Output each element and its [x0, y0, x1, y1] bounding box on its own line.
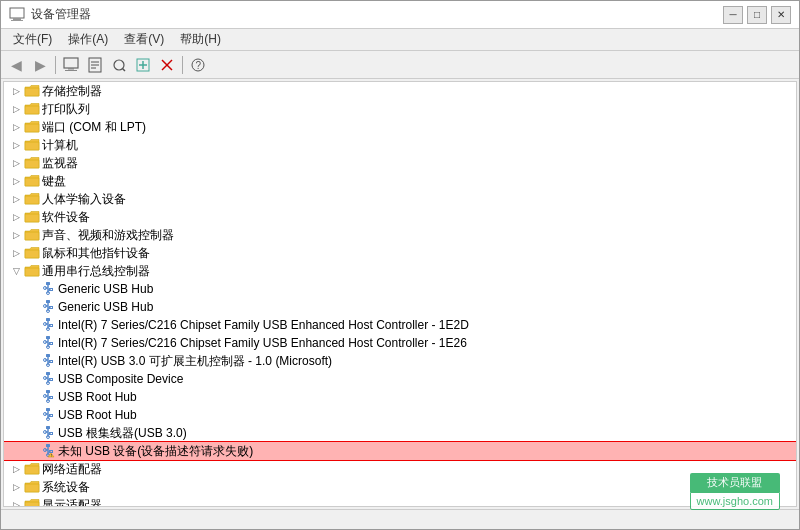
list-item[interactable]: USB Root Hub — [4, 388, 796, 406]
minimize-button[interactable]: ─ — [723, 6, 743, 24]
svg-rect-21 — [25, 124, 39, 132]
device-tree[interactable]: ▷ 存储控制器▷ 打印队列▷ 端口 (COM 和 LPT)▷ 计算机▷ 监视器▷… — [3, 81, 797, 507]
scan-button[interactable] — [108, 54, 130, 76]
menu-item[interactable]: 帮助(H) — [172, 29, 229, 50]
svg-rect-102 — [25, 466, 39, 474]
tree-toggle-icon[interactable]: ▷ — [8, 227, 24, 243]
tree-toggle-icon — [24, 299, 40, 315]
list-item[interactable]: ▷ 系统设备 — [4, 478, 796, 496]
tree-item-label: 软件设备 — [42, 209, 90, 226]
svg-rect-93 — [46, 444, 50, 447]
list-item[interactable]: ▷ 键盘 — [4, 172, 796, 190]
list-item[interactable]: USB Composite Device — [4, 370, 796, 388]
toolbar-sep-2 — [182, 56, 183, 74]
list-item[interactable]: Intel(R) 7 Series/C216 Chipset Family US… — [4, 316, 796, 334]
titlebar-left: 设备管理器 — [9, 6, 91, 23]
list-item[interactable]: ▽ 通用串行总线控制器 — [4, 262, 796, 280]
list-item[interactable]: ▷ 声音、视频和游戏控制器 — [4, 226, 796, 244]
list-item[interactable]: Intel(R) 7 Series/C216 Chipset Family US… — [4, 334, 796, 352]
svg-rect-72 — [46, 390, 50, 393]
back-button[interactable]: ◀ — [5, 54, 27, 76]
watermark-top: 技术员联盟 — [690, 473, 780, 492]
list-item[interactable]: USB Root Hub — [4, 406, 796, 424]
tree-toggle-icon[interactable]: ▽ — [8, 263, 24, 279]
svg-rect-2 — [11, 20, 23, 21]
tree-toggle-icon — [24, 281, 40, 297]
delete-button[interactable] — [156, 54, 178, 76]
properties-button[interactable] — [84, 54, 106, 76]
tree-toggle-icon[interactable]: ▷ — [8, 497, 24, 507]
svg-rect-3 — [64, 58, 78, 68]
usb-icon — [40, 371, 56, 387]
tree-item-label: 网络适配器 — [42, 461, 102, 478]
list-item[interactable]: ! 未知 USB 设备(设备描述符请求失败) — [4, 442, 796, 460]
folder-icon — [24, 209, 40, 225]
tree-toggle-icon[interactable]: ▷ — [8, 119, 24, 135]
svg-rect-103 — [25, 484, 39, 492]
usb-icon — [40, 317, 56, 333]
window-controls: ─ □ ✕ — [723, 6, 791, 24]
tree-item-label: USB Composite Device — [58, 372, 183, 386]
list-item[interactable]: ▷ 监视器 — [4, 154, 796, 172]
list-item[interactable]: ▷ 端口 (COM 和 LPT) — [4, 118, 796, 136]
list-item[interactable]: ▷ 打印队列 — [4, 100, 796, 118]
tree-toggle-icon[interactable]: ▷ — [8, 101, 24, 117]
menu-item[interactable]: 查看(V) — [116, 29, 172, 50]
list-item[interactable]: Intel(R) USB 3.0 可扩展主机控制器 - 1.0 (Microso… — [4, 352, 796, 370]
tree-toggle-icon[interactable]: ▷ — [8, 209, 24, 225]
tree-toggle-icon — [24, 371, 40, 387]
tree-toggle-icon[interactable]: ▷ — [8, 137, 24, 153]
svg-rect-44 — [46, 318, 50, 321]
tree-toggle-icon — [24, 335, 40, 351]
tree-item-label: 系统设备 — [42, 479, 90, 496]
list-item[interactable]: ▷ 人体学输入设备 — [4, 190, 796, 208]
tree-toggle-icon[interactable]: ▷ — [8, 173, 24, 189]
list-item[interactable]: Generic USB Hub — [4, 298, 796, 316]
tree-toggle-icon[interactable]: ▷ — [8, 155, 24, 171]
tree-toggle-icon[interactable]: ▷ — [8, 461, 24, 477]
svg-rect-5 — [65, 70, 77, 71]
list-item[interactable]: Generic USB Hub — [4, 280, 796, 298]
usb-icon — [40, 407, 56, 423]
computer-icon-btn[interactable] — [60, 54, 82, 76]
tree-item-label: 存储控制器 — [42, 83, 102, 100]
tree-item-label: Generic USB Hub — [58, 282, 153, 296]
folder-icon — [24, 263, 40, 279]
help-button[interactable]: ? — [187, 54, 209, 76]
tree-item-label: 显示适配器 — [42, 497, 102, 508]
tree-toggle-icon[interactable]: ▷ — [8, 191, 24, 207]
tree-toggle-icon — [24, 443, 40, 459]
folder-icon — [24, 137, 40, 153]
forward-button[interactable]: ▶ — [29, 54, 51, 76]
tree-toggle-icon[interactable]: ▷ — [8, 245, 24, 261]
svg-rect-104 — [25, 502, 39, 507]
list-item[interactable]: ▷ 显示适配器 — [4, 496, 796, 507]
tree-item-label: 人体学输入设备 — [42, 191, 126, 208]
svg-rect-37 — [46, 300, 50, 303]
menu-item[interactable]: 文件(F) — [5, 29, 60, 50]
menubar: 文件(F)操作(A)查看(V)帮助(H) — [1, 29, 799, 51]
folder-icon — [24, 479, 40, 495]
menu-item[interactable]: 操作(A) — [60, 29, 116, 50]
close-button[interactable]: ✕ — [771, 6, 791, 24]
tree-item-label: Generic USB Hub — [58, 300, 153, 314]
tree-item-label: 鼠标和其他指针设备 — [42, 245, 150, 262]
svg-rect-1 — [13, 18, 21, 20]
list-item[interactable]: ▷ 鼠标和其他指针设备 — [4, 244, 796, 262]
maximize-button[interactable]: □ — [747, 6, 767, 24]
watermark: 技术员联盟 www.jsgho.com — [690, 473, 780, 510]
folder-icon — [24, 245, 40, 261]
svg-rect-24 — [25, 178, 39, 186]
folder-icon — [24, 101, 40, 117]
list-item[interactable]: ▷ 网络适配器 — [4, 460, 796, 478]
tree-toggle-icon[interactable]: ▷ — [8, 83, 24, 99]
list-item[interactable]: USB 根集线器(USB 3.0) — [4, 424, 796, 442]
tree-toggle-icon[interactable]: ▷ — [8, 479, 24, 495]
list-item[interactable]: ▷ 计算机 — [4, 136, 796, 154]
update-button[interactable] — [132, 54, 154, 76]
folder-icon — [24, 191, 40, 207]
app-icon — [9, 7, 25, 23]
svg-rect-4 — [68, 68, 74, 70]
list-item[interactable]: ▷ 软件设备 — [4, 208, 796, 226]
list-item[interactable]: ▷ 存储控制器 — [4, 82, 796, 100]
